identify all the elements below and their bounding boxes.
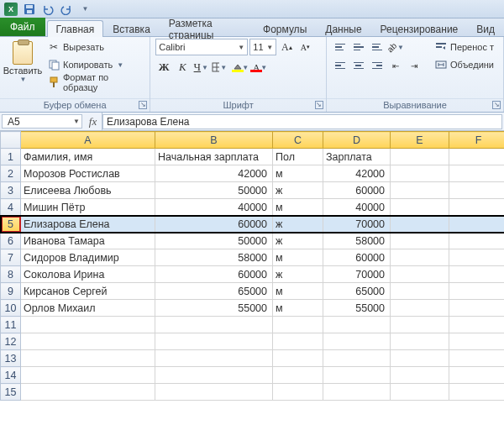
cell[interactable] [449,199,505,216]
align-middle-button[interactable] [350,39,367,55]
row-header[interactable]: 4 [1,199,21,216]
cell[interactable] [449,149,505,165]
cell[interactable] [391,233,449,249]
merge-center-button[interactable]: Объедини [431,56,498,73]
tab-рецензирование[interactable]: Рецензирование [371,20,468,37]
tab-формулы[interactable]: Формулы [254,20,316,37]
font-name-combo[interactable]: Calibri ▼ [155,39,248,55]
cell[interactable] [449,249,505,266]
column-header[interactable]: F [449,132,505,149]
grow-font-button[interactable]: A▴ [278,39,295,55]
cell[interactable]: 65000 [155,283,273,300]
cell[interactable] [273,333,323,350]
cell[interactable] [323,350,391,367]
save-icon[interactable] [22,2,37,17]
cell[interactable]: м [273,300,323,317]
align-bottom-button[interactable] [369,39,386,55]
column-header[interactable]: C [273,132,323,149]
undo-icon[interactable] [40,2,55,17]
font-color-button[interactable]: A ▼ [248,59,265,76]
cell[interactable] [449,350,505,367]
bold-button[interactable]: Ж [155,59,172,76]
select-all-corner[interactable] [1,132,21,149]
column-header[interactable]: B [155,132,273,149]
row-header[interactable]: 10 [1,300,21,317]
cell[interactable]: Морозов Ростислав [21,165,155,182]
cell[interactable]: м [273,249,323,266]
cell[interactable] [449,283,505,300]
row-header[interactable]: 1 [1,149,21,165]
redo-icon[interactable] [59,2,74,17]
cell[interactable] [391,333,449,350]
cell[interactable]: 60000 [323,249,391,266]
wrap-text-button[interactable]: Перенос т [431,39,498,55]
row-header[interactable]: 11 [1,317,21,333]
cell[interactable]: Фамилия, имя [21,149,155,165]
borders-button[interactable]: ▼ [211,59,228,76]
italic-button[interactable]: К [174,59,191,76]
tab-вид[interactable]: Вид [467,20,504,37]
row-header[interactable]: 14 [1,367,21,384]
cell[interactable] [391,367,449,384]
row-header[interactable]: 2 [1,165,21,182]
dialog-launcher-icon[interactable]: ↘ [492,101,501,109]
row-header[interactable]: 3 [1,182,21,199]
cell[interactable]: ж [273,182,323,199]
cell[interactable]: м [273,199,323,216]
row-header[interactable]: 13 [1,350,21,367]
cell[interactable] [273,317,323,333]
align-top-button[interactable] [332,39,349,55]
cell[interactable] [391,266,449,283]
cell[interactable]: 70000 [323,266,391,283]
format-painter-button[interactable]: Формат по образцу [44,74,144,91]
cell[interactable]: Зарплата [323,149,391,165]
cell[interactable] [323,384,391,401]
cell[interactable] [155,333,273,350]
cell[interactable] [21,367,155,384]
cell[interactable] [21,333,155,350]
cell[interactable]: 42000 [155,165,273,182]
cell[interactable]: м [273,283,323,300]
cell[interactable]: 55000 [323,300,391,317]
cell[interactable]: ж [273,233,323,249]
file-tab[interactable]: Файл [0,18,45,36]
cell[interactable]: 50000 [155,182,273,199]
cell[interactable] [449,333,505,350]
cell[interactable]: 60000 [155,216,273,233]
cell[interactable]: Иванова Тамара [21,233,155,249]
excel-icon[interactable]: X [3,2,18,17]
cell[interactable]: Орлов Михаил [21,300,155,317]
cell[interactable] [449,317,505,333]
tab-вставка[interactable]: Вставка [103,20,160,37]
cell[interactable]: 42000 [323,165,391,182]
tab-данные[interactable]: Данные [316,20,370,37]
cell[interactable]: 58000 [323,233,391,249]
row-header[interactable]: 5 [1,216,21,233]
qat-customize-icon[interactable]: ▼ [77,2,92,17]
cell[interactable] [391,165,449,182]
cell[interactable]: Елизарова Елена [21,216,155,233]
row-header[interactable]: 7 [1,249,21,266]
align-right-button[interactable] [369,57,386,74]
cell[interactable] [155,384,273,401]
cell[interactable] [391,182,449,199]
cell[interactable] [21,317,155,333]
cell[interactable] [391,216,449,233]
cell[interactable] [21,384,155,401]
cell[interactable]: Кирсанов Сергей [21,283,155,300]
cell[interactable]: 65000 [323,283,391,300]
cell[interactable]: Мишин Пётр [21,199,155,216]
cell[interactable]: м [273,165,323,182]
cell[interactable] [391,384,449,401]
cut-button[interactable]: ✂ Вырезать [44,39,144,55]
cell[interactable] [21,350,155,367]
cell[interactable] [391,149,449,165]
name-box[interactable]: A5 ▼ [2,114,82,129]
row-header[interactable]: 15 [1,384,21,401]
dialog-launcher-icon[interactable]: ↘ [139,101,147,109]
decrease-indent-button[interactable]: ⇤ [387,57,404,74]
cell[interactable] [273,350,323,367]
cell[interactable]: Сидоров Владимир [21,249,155,266]
cell[interactable]: 40000 [155,199,273,216]
cell[interactable]: Пол [273,149,323,165]
